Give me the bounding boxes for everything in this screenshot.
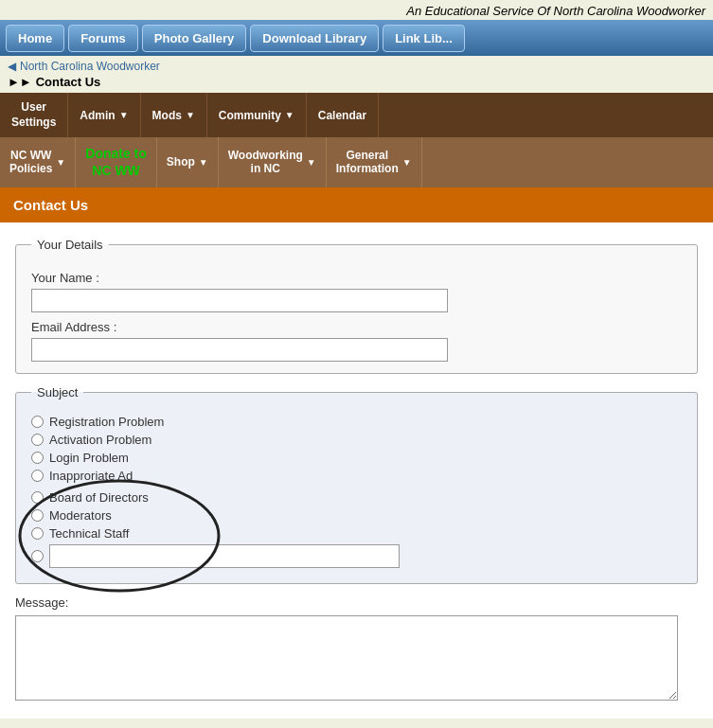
subject-fieldset: Subject Registration Problem Activation …: [15, 385, 698, 584]
secondary-navigation: UserSettings Admin ▼ Mods ▼ Community ▼ …: [0, 93, 713, 137]
radio-registration-label[interactable]: Registration Problem: [49, 415, 164, 429]
banner-text: An Educational Service Of North Carolina…: [406, 4, 705, 18]
radio-activation-label[interactable]: Activation Problem: [49, 433, 152, 447]
circled-radio-group: Board of Directors Moderators Technical …: [31, 487, 400, 572]
top-banner: An Educational Service Of North Carolina…: [0, 0, 713, 20]
nav-photo-gallery[interactable]: Photo Gallery: [142, 25, 247, 52]
woodworking-dropdown-icon: ▼: [307, 157, 316, 168]
radio-inad-input[interactable]: [31, 470, 44, 482]
radio-bod-label[interactable]: Board of Directors: [49, 490, 149, 505]
radio-activation: Activation Problem: [31, 433, 682, 447]
breadcrumb-icons: ►►: [8, 75, 32, 89]
mods-dropdown-icon: ▼: [186, 110, 195, 120]
breadcrumb-current: ►► Contact Us: [8, 75, 705, 89]
your-details-legend: Your Details: [31, 238, 109, 252]
shop-dropdown-icon: ▼: [199, 157, 208, 168]
your-details-fieldset: Your Details Your Name : Email Address :: [15, 238, 698, 374]
radio-bod-input[interactable]: [31, 491, 44, 504]
radio-moderators-label[interactable]: Moderators: [49, 508, 112, 523]
third-navigation: NC WWPolicies ▼ Donate toNC WW Shop ▼ Wo…: [0, 137, 713, 186]
main-content: Your Details Your Name : Email Address :…: [0, 222, 713, 719]
subject-legend: Subject: [31, 385, 83, 400]
nav-shop[interactable]: Shop ▼: [157, 137, 219, 186]
email-label: Email Address :: [31, 320, 682, 334]
community-dropdown-icon: ▼: [285, 110, 294, 120]
email-input[interactable]: [31, 338, 448, 362]
radio-moderators: Moderators: [31, 508, 400, 523]
message-section: Message:: [15, 595, 698, 703]
nav-admin[interactable]: Admin ▼: [68, 93, 140, 137]
nav-ncww-policies[interactable]: NC WWPolicies ▼: [0, 137, 76, 186]
nav-user-settings[interactable]: UserSettings: [0, 93, 68, 137]
breadcrumb-bar: ◀ North Carolina Woodworker ►► Contact U…: [0, 56, 713, 93]
page-title: Contact Us: [0, 187, 713, 222]
radio-activation-input[interactable]: [31, 434, 44, 446]
general-dropdown-icon: ▼: [402, 157, 412, 168]
nav-community[interactable]: Community ▼: [207, 93, 307, 137]
radio-inad: Inapproriate Ad: [31, 469, 682, 483]
nav-general-info[interactable]: GeneralInformation ▼: [327, 137, 422, 186]
nav-woodworking-nc[interactable]: Woodworkingin NC ▼: [219, 137, 327, 186]
ncww-dropdown-icon: ▼: [56, 157, 65, 168]
nav-download-library[interactable]: Download Library: [250, 25, 379, 52]
radio-other: [31, 544, 400, 568]
radio-inad-label[interactable]: Inapproriate Ad: [49, 469, 133, 483]
nav-link-library[interactable]: Link Lib...: [383, 25, 465, 52]
nav-donate[interactable]: Donate toNC WW: [76, 137, 157, 186]
radio-technical-input[interactable]: [31, 527, 44, 540]
other-text-input[interactable]: [49, 544, 400, 568]
nav-mods[interactable]: Mods ▼: [141, 93, 207, 137]
radio-login-input[interactable]: [31, 452, 44, 464]
main-navigation: Home Forums Photo Gallery Download Libra…: [0, 20, 713, 56]
radio-login: Login Problem: [31, 451, 682, 465]
name-label: Your Name :: [31, 271, 682, 285]
name-input[interactable]: [31, 289, 448, 312]
radio-technical: Technical Staff: [31, 526, 400, 541]
back-icon: ◀: [8, 60, 16, 73]
message-textarea[interactable]: [15, 615, 678, 701]
radio-bod: Board of Directors: [31, 490, 400, 505]
message-label: Message:: [15, 595, 698, 610]
radio-other-input[interactable]: [31, 550, 44, 562]
nav-home[interactable]: Home: [6, 25, 64, 52]
radio-registration: Registration Problem: [31, 415, 682, 429]
nav-forums[interactable]: Forums: [68, 25, 138, 52]
breadcrumb-site-link[interactable]: ◀ North Carolina Woodworker: [8, 60, 705, 73]
admin-dropdown-icon: ▼: [119, 110, 129, 120]
radio-login-label[interactable]: Login Problem: [49, 451, 129, 465]
radio-registration-input[interactable]: [31, 416, 44, 428]
radio-moderators-input[interactable]: [31, 509, 44, 522]
radio-technical-label[interactable]: Technical Staff: [49, 526, 129, 541]
nav-calendar[interactable]: Calendar: [307, 93, 379, 137]
